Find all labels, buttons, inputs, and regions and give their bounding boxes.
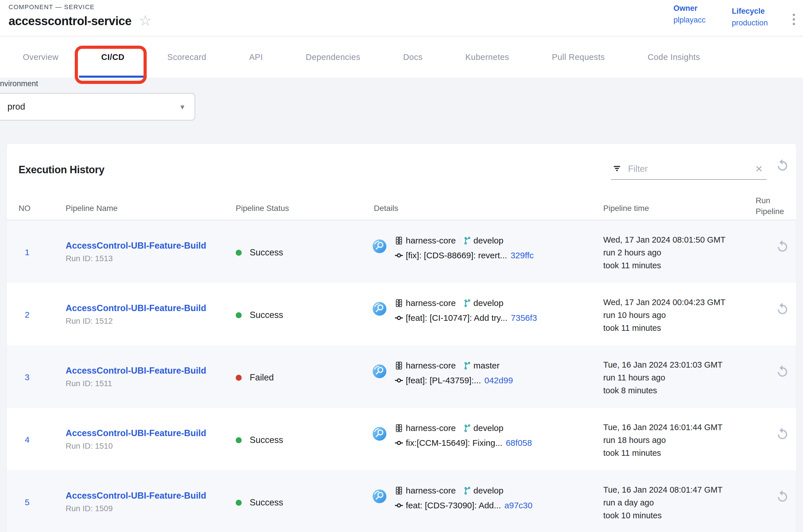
branch-name: develop xyxy=(473,486,503,495)
status-label: Failed xyxy=(250,373,274,383)
commit-hash-link[interactable]: 68f058 xyxy=(506,438,532,448)
commit-hash-link[interactable]: 329ffc xyxy=(511,251,534,260)
clear-filter-icon[interactable]: ✕ xyxy=(755,164,763,174)
owner-link[interactable]: plplayacc xyxy=(673,16,706,24)
repo-name: harness-core xyxy=(406,298,456,308)
pipeline-avatar-icon xyxy=(373,302,386,316)
repo-name: harness-core xyxy=(406,486,456,495)
repo-name: harness-core xyxy=(406,423,456,433)
details-cell: harness-core develop [fix]: [CDS-88669]:… xyxy=(373,233,534,263)
git-branch-icon xyxy=(463,361,472,370)
col-pipeline-time: Pipeline time xyxy=(603,204,649,213)
pipeline-avatar-icon xyxy=(373,427,386,441)
col-no: NO xyxy=(19,204,31,213)
time-duration: took 10 minutes xyxy=(603,509,723,522)
pipeline-name-link[interactable]: AccessControl-UBI-Feature-Build xyxy=(65,428,206,438)
status-dot xyxy=(236,250,242,256)
git-commit-icon xyxy=(394,501,403,510)
environment-dropdown[interactable]: prod ▾ xyxy=(0,93,195,120)
filter-bar: ✕ xyxy=(611,159,767,180)
status-dot xyxy=(236,312,242,318)
status-label: Success xyxy=(250,497,283,508)
commit-line: [fix]: [CDS-88669]: revert... 329ffc xyxy=(394,248,534,263)
tab-kubernetes[interactable]: Kubernetes xyxy=(454,37,520,78)
repo-name: harness-core xyxy=(406,236,456,245)
pipeline-avatar-icon xyxy=(373,364,386,378)
pipeline-name-link[interactable]: AccessControl-UBI-Feature-Build xyxy=(65,491,206,501)
row-number: 3 xyxy=(17,373,37,382)
card-title: Execution History xyxy=(19,164,104,176)
tab-docs[interactable]: Docs xyxy=(392,37,434,78)
pipeline-name-link[interactable]: AccessControl-UBI-Feature-Build xyxy=(65,241,206,251)
time-absolute: Tue, 16 Jan 2024 23:01:03 GMT xyxy=(603,359,723,371)
row-number: 5 xyxy=(17,497,37,507)
tab-dependencies[interactable]: Dependencies xyxy=(294,37,371,78)
time-relative: run a day ago xyxy=(603,496,723,509)
page-title: accesscontrol-service xyxy=(8,14,132,28)
commit-hash-link[interactable]: a97c30 xyxy=(504,500,533,510)
git-branch-icon xyxy=(463,299,472,307)
commit-message: [fix]: [CDS-88669]: revert... xyxy=(406,251,507,260)
details-cell: harness-core develop fix:[CCM-15649]: Fi… xyxy=(373,421,532,450)
pipeline-status: Failed xyxy=(236,373,274,383)
pipeline-name-link[interactable]: AccessControl-UBI-Feature-Build xyxy=(65,303,206,314)
col-pipeline-status: Pipeline Status xyxy=(236,204,289,213)
pipeline-time-cell: Wed, 17 Jan 2024 00:04:23 GMT run 10 hou… xyxy=(603,296,725,335)
filter-input[interactable] xyxy=(628,164,731,174)
repository-icon xyxy=(394,486,403,495)
run-pipeline-icon[interactable] xyxy=(775,302,790,317)
refresh-icon[interactable] xyxy=(774,157,791,174)
row-number: 4 xyxy=(17,435,37,445)
row-number: 1 xyxy=(17,247,37,257)
lifecycle-link[interactable]: production xyxy=(732,19,768,27)
tab-ci-cd[interactable]: CI/CD xyxy=(90,37,136,78)
time-absolute: Tue, 16 Jan 2024 16:01:44 GMT xyxy=(603,421,723,434)
status-label: Success xyxy=(250,310,283,320)
run-pipeline-icon[interactable] xyxy=(775,364,790,379)
kebab-menu-icon[interactable] xyxy=(788,10,800,28)
details-cell: harness-core develop [feat]: [CI-10747]:… xyxy=(373,296,537,325)
tab-api[interactable]: API xyxy=(238,37,274,78)
run-pipeline-icon[interactable] xyxy=(775,489,790,504)
environment-value: prod xyxy=(7,101,180,112)
table-row: 4 AccessControl-UBI-Feature-Build Run ID… xyxy=(7,408,796,470)
table-row: 3 AccessControl-UBI-Feature-Build Run ID… xyxy=(7,345,796,408)
tab-overview[interactable]: Overview xyxy=(12,37,70,78)
lifecycle-meta: Lifecycle production xyxy=(732,7,768,27)
run-id: Run ID: 1509 xyxy=(65,504,113,513)
col-details: Details xyxy=(374,204,398,213)
time-relative: run 10 hours ago xyxy=(603,309,725,322)
table-row: 5 AccessControl-UBI-Feature-Build Run ID… xyxy=(7,470,796,532)
pipeline-status: Success xyxy=(236,310,283,320)
commit-hash-link[interactable]: 042d99 xyxy=(484,376,513,385)
tab-pull-requests[interactable]: Pull Requests xyxy=(540,37,616,78)
tab-code-insights[interactable]: Code Insights xyxy=(636,37,712,78)
filter-funnel-icon xyxy=(612,164,622,174)
commit-hash-link[interactable]: 7356f3 xyxy=(511,313,537,323)
breadcrumb: COMPONENT — SERVICE xyxy=(8,3,95,11)
commit-line: [feat]: [CI-10747]: Add try... 7356f3 xyxy=(394,310,537,325)
git-commit-icon xyxy=(394,314,403,323)
entity-meta: Owner plplayacc Lifecycle production xyxy=(673,4,768,27)
status-label: Success xyxy=(250,247,283,258)
repo-name: harness-core xyxy=(406,361,456,370)
favorite-star-icon[interactable]: ☆ xyxy=(139,14,152,28)
git-commit-icon xyxy=(394,251,403,260)
repo-branch-line: harness-core develop xyxy=(394,483,533,498)
pipeline-time-cell: Tue, 16 Jan 2024 23:01:03 GMT run 11 hou… xyxy=(603,359,723,397)
pipeline-name-link[interactable]: AccessControl-UBI-Feature-Build xyxy=(65,366,206,376)
repo-branch-line: harness-core develop xyxy=(394,233,534,248)
status-dot xyxy=(236,500,242,506)
time-duration: took 11 minutes xyxy=(603,446,723,459)
git-branch-icon xyxy=(463,424,472,432)
run-pipeline-icon[interactable] xyxy=(775,239,790,254)
tab-scorecard[interactable]: Scorecard xyxy=(156,37,218,78)
commit-message: feat: [CDS-73090]: Add... xyxy=(406,500,501,510)
pipeline-time-cell: Tue, 16 Jan 2024 08:01:47 GMT run a day … xyxy=(603,483,723,522)
commit-message: fix:[CCM-15649]: Fixing... xyxy=(406,438,502,448)
execution-history-card: Execution History ✕ NO Pipeline Name Pip… xyxy=(7,144,796,532)
time-relative: run 18 hours ago xyxy=(603,434,723,446)
time-relative: run 2 hours ago xyxy=(603,246,725,259)
run-pipeline-icon[interactable] xyxy=(775,427,790,441)
repo-branch-line: harness-core master xyxy=(394,358,513,373)
